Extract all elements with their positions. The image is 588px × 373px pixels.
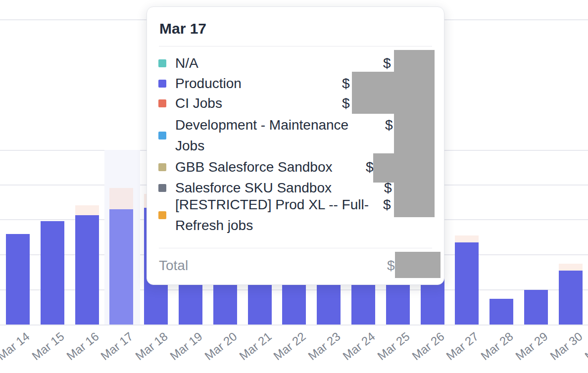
tooltip-row-label: N/A: [175, 53, 378, 74]
tooltip-divider-bottom: [159, 248, 432, 248]
series-color-swatch-icon: [158, 163, 166, 171]
redaction-box: [395, 252, 441, 278]
tooltip-divider-top: [159, 46, 432, 47]
tooltip-total-value: $: [387, 255, 395, 276]
tooltip-row-label: [RESTRICTED] Prod XL -- Full-Refresh job…: [175, 194, 378, 236]
tooltip-row-value: $: [366, 157, 374, 178]
bar[interactable]: [109, 209, 133, 325]
series-color-swatch-icon: [158, 59, 166, 67]
chart-tooltip: Mar 17 Total $ N/A$Production$CI Jobs$De…: [147, 6, 444, 285]
tooltip-row-value: $: [342, 93, 350, 114]
tooltip-title: Mar 17: [159, 20, 206, 37]
series-color-swatch-icon: [158, 184, 166, 192]
bar[interactable]: [6, 234, 30, 325]
bar-cap-segment[interactable]: [559, 264, 583, 271]
bar[interactable]: [455, 242, 479, 325]
bar[interactable]: [41, 221, 64, 325]
bar[interactable]: [75, 215, 99, 325]
bar-cap-segment[interactable]: [75, 205, 99, 215]
tooltip-row-label: GBB Salesforce Sandbox: [175, 157, 378, 178]
tooltip-row-value: $: [383, 194, 391, 215]
tooltip-row-value: $: [342, 73, 350, 94]
bar-cap-segment[interactable]: [455, 235, 479, 242]
series-color-swatch-icon: [158, 80, 166, 88]
bar-cap-segment[interactable]: [109, 188, 133, 209]
bar[interactable]: [524, 290, 548, 325]
series-color-swatch-icon: [158, 99, 166, 107]
redaction-box: [352, 72, 394, 114]
tooltip-row-value: $: [383, 53, 391, 74]
tooltip-row-label: Development - MaintenanceJobs: [175, 115, 378, 156]
series-color-swatch-icon: [158, 211, 166, 219]
redaction-box: [394, 50, 435, 217]
tooltip-total-label: Total: [159, 255, 188, 276]
chart-root: Mar 14Mar 15Mar 16Mar 17Mar 18Mar 19Mar …: [0, 0, 588, 373]
bar[interactable]: [490, 299, 513, 325]
x-axis-line: [0, 325, 588, 326]
redaction-box: [373, 153, 394, 183]
tooltip-row-value: $: [385, 115, 393, 136]
series-color-swatch-icon: [158, 132, 166, 140]
bar[interactable]: [559, 271, 583, 325]
